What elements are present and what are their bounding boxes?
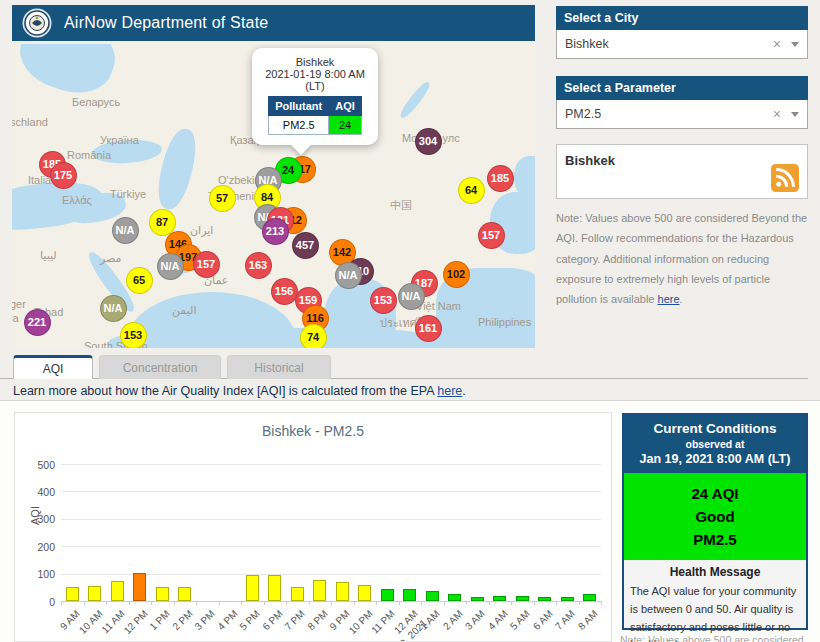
aqi-marker[interactable]: 57 <box>209 185 236 212</box>
aqi-marker[interactable]: N/A <box>100 295 127 322</box>
map-place-label: România <box>67 149 111 161</box>
chart-bar[interactable] <box>538 597 551 601</box>
parameter-dropdown[interactable]: PM2.5 × <box>556 100 808 129</box>
app-header: AirNow Department of State <box>12 5 535 41</box>
chart-bar[interactable] <box>583 594 596 601</box>
note-here-link[interactable]: here <box>658 293 680 305</box>
aqi-marker[interactable]: 65 <box>126 267 153 294</box>
chart-bar[interactable] <box>493 596 506 601</box>
tab-bar: AQI Concentration Historical <box>13 355 331 379</box>
learn-more-text: Learn more about how the Air Quality Ind… <box>13 384 466 398</box>
chart-bar[interactable] <box>111 581 124 601</box>
y-tick-label: 0 <box>25 596 55 608</box>
map-place-label: ایران <box>190 224 213 237</box>
aqi-map[interactable]: БеларусьschlandУкраїнаRomâniaItaliaΕλλάς… <box>12 44 535 348</box>
chart-bar[interactable] <box>313 580 326 601</box>
chart-bar[interactable] <box>178 587 191 601</box>
aqi-marker[interactable]: N/A <box>335 262 362 289</box>
gridline <box>61 519 601 520</box>
chart-bar[interactable] <box>561 597 574 601</box>
chart-bar[interactable] <box>156 587 169 601</box>
water-shape <box>514 156 535 198</box>
aqi-marker[interactable]: 64 <box>458 177 485 204</box>
aqi-marker[interactable]: 157 <box>478 222 505 249</box>
y-tick-label: 400 <box>25 486 55 498</box>
chart-bar[interactable] <box>403 589 416 601</box>
map-place-label: Беларусь <box>72 96 120 108</box>
current-aqi-category: Good <box>695 508 734 525</box>
chart-bar[interactable] <box>516 596 529 601</box>
tab-historical[interactable]: Historical <box>227 355 331 379</box>
x-axis-tick <box>376 601 377 605</box>
learn-more-period: . <box>462 384 465 398</box>
tab-concentration[interactable]: Concentration <box>99 355 221 379</box>
chart-bar[interactable] <box>336 582 349 601</box>
x-axis-tick <box>174 601 175 605</box>
map-popup: Bishkek 2021-01-19 8:00 AM (LT) Pollutan… <box>252 48 378 145</box>
aqi-marker[interactable]: 175 <box>50 162 77 189</box>
chart-bar[interactable] <box>246 575 259 601</box>
map-place-label: Ελλάς <box>62 194 92 206</box>
aqi-marker[interactable]: 161 <box>415 315 442 342</box>
aqi-marker[interactable]: 457 <box>292 232 319 259</box>
x-axis-tick <box>511 601 512 605</box>
city-dropdown-value: Bishkek <box>565 37 773 51</box>
x-axis-tick <box>601 601 602 605</box>
chart-bar[interactable] <box>448 594 461 601</box>
x-axis-tick <box>579 601 580 605</box>
learn-more-here-link[interactable]: here <box>437 384 462 398</box>
aqi-marker[interactable]: 213 <box>262 218 289 245</box>
rss-icon[interactable] <box>771 164 799 192</box>
aqi-marker[interactable]: 102 <box>443 261 470 288</box>
aqi-marker[interactable]: N/A <box>112 217 139 244</box>
aqi-marker[interactable]: 157 <box>193 251 220 278</box>
chart-bar[interactable] <box>66 587 79 601</box>
aqi-marker[interactable]: 221 <box>24 309 51 336</box>
chart-bar[interactable] <box>358 585 371 601</box>
chart-bar[interactable] <box>268 575 281 601</box>
aqi-marker[interactable]: 87 <box>149 209 176 236</box>
chart-bar[interactable] <box>133 573 146 601</box>
water-shape <box>398 80 433 121</box>
popup-table: Pollutant AQI PM2.5 24 <box>268 96 362 135</box>
x-axis-tick <box>399 601 400 605</box>
aqi-marker[interactable]: 163 <box>245 252 272 279</box>
aqi-marker[interactable]: 153 <box>120 322 147 349</box>
clipped-note: Note: Values above 500 are considered Be… <box>620 634 816 642</box>
parameter-clear-icon[interactable]: × <box>773 106 781 122</box>
aqi-marker[interactable]: 153 <box>370 287 397 314</box>
y-tick-label: 100 <box>25 568 55 580</box>
chevron-down-icon[interactable] <box>791 42 799 47</box>
popup-datetime: 2021-01-19 8:00 AM <box>258 68 372 80</box>
feed-box: Bishkek <box>556 144 808 199</box>
health-message-block: Health Message The AQI value for your co… <box>624 560 806 642</box>
chart-bar[interactable] <box>291 587 304 601</box>
chevron-down-icon[interactable] <box>791 112 799 117</box>
aqi-marker[interactable]: 185 <box>487 165 514 192</box>
x-axis-tick <box>309 601 310 605</box>
city-dropdown[interactable]: Bishkek × <box>556 30 808 59</box>
x-axis-tick <box>196 601 197 605</box>
page-title: AirNow Department of State <box>64 14 268 32</box>
chart-bar[interactable] <box>426 591 439 601</box>
gridline <box>61 546 601 547</box>
chart-bar[interactable] <box>381 589 394 601</box>
aqi-marker[interactable]: 74 <box>300 324 327 349</box>
chart-bar[interactable] <box>471 597 484 601</box>
aqi-marker[interactable]: N/A <box>157 253 184 280</box>
learn-more-body: Learn more about how the Air Quality Ind… <box>13 384 437 398</box>
popup-aqi-value: 24 <box>329 116 362 135</box>
aqi-marker[interactable]: N/A <box>398 283 425 310</box>
aqi-marker[interactable]: 304 <box>415 128 442 155</box>
x-axis-tick <box>129 601 130 605</box>
x-axis-tick <box>286 601 287 605</box>
map-place-label: Philippines <box>478 316 531 328</box>
map-place-label: 中国 <box>390 198 412 213</box>
city-clear-icon[interactable]: × <box>773 36 781 52</box>
chart-bar[interactable] <box>88 586 101 601</box>
map-place-label: ليبيا <box>40 249 57 262</box>
y-tick-label: 500 <box>25 459 55 471</box>
x-axis-tick <box>489 601 490 605</box>
aqi-marker[interactable]: 156 <box>271 278 298 305</box>
tab-aqi[interactable]: AQI <box>13 355 93 379</box>
